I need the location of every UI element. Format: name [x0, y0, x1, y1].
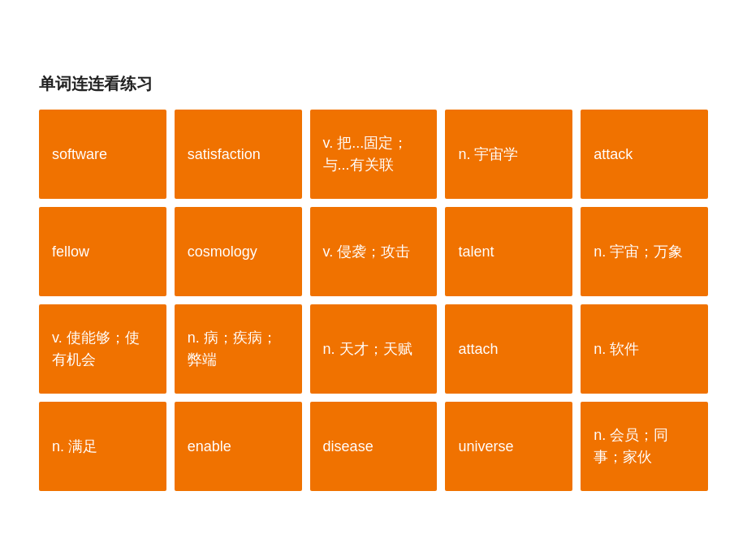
card-item[interactable]: disease [310, 402, 438, 491]
card-item[interactable]: v. 使能够；使有机会 [39, 304, 166, 394]
card-item[interactable]: attach [445, 304, 572, 394]
card-item[interactable]: cosmology [175, 207, 302, 296]
card-item[interactable]: attack [581, 110, 708, 199]
card-item[interactable]: n. 满足 [39, 402, 166, 491]
card-item[interactable]: n. 天才；天赋 [310, 304, 438, 394]
card-item[interactable]: universe [445, 402, 572, 491]
card-item[interactable]: software [39, 110, 166, 199]
card-item[interactable]: n. 宇宙学 [445, 110, 572, 199]
card-item[interactable]: v. 侵袭；攻击 [310, 207, 438, 296]
card-item[interactable]: n. 软件 [581, 304, 708, 394]
card-item[interactable]: v. 把...固定；与...有关联 [310, 110, 438, 199]
card-grid: softwaresatisfactionv. 把...固定；与...有关联n. … [39, 110, 708, 491]
card-item[interactable]: talent [445, 207, 572, 296]
card-item[interactable]: satisfaction [175, 110, 302, 199]
card-item[interactable]: n. 会员；同事；家伙 [581, 402, 708, 491]
page-title: 单词连连看练习 [39, 73, 747, 95]
card-item[interactable]: fellow [39, 207, 166, 296]
card-item[interactable]: n. 病；疾病；弊端 [175, 304, 302, 394]
card-item[interactable]: n. 宇宙；万象 [581, 207, 708, 296]
card-item[interactable]: enable [175, 402, 302, 491]
